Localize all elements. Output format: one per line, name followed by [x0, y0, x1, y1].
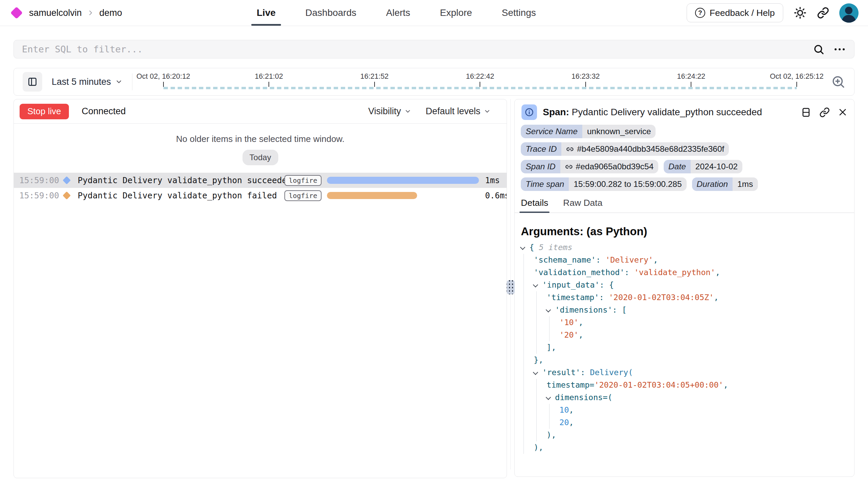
code-token: 'Delivery'	[606, 255, 653, 265]
badge-row: Service Nameunknown_service	[521, 125, 848, 138]
sql-filter-input[interactable]	[14, 44, 813, 54]
panel-gutter	[507, 99, 514, 478]
chevron-down-icon	[484, 108, 491, 115]
collapse-caret-icon[interactable]	[546, 395, 551, 400]
collapse-caret-icon[interactable]	[546, 307, 551, 313]
collapse-caret-icon[interactable]	[533, 370, 538, 375]
breadcrumb: samuelcolvin demo	[9, 8, 122, 18]
code-line: },	[534, 354, 848, 366]
main-nav: LiveDashboardsAlertsExploreSettings	[257, 0, 536, 26]
close-panel-button[interactable]	[838, 107, 847, 117]
timeline-tick	[163, 82, 164, 87]
timeline-tick-label: 16:21:02	[255, 72, 283, 81]
link-icon[interactable]	[566, 145, 574, 153]
badge-service-name: Service Nameunknown_service	[521, 125, 656, 138]
tab-live[interactable]: Live	[257, 0, 276, 26]
badge-time-span: Time span15:59:00.282 to 15:59:00.285	[521, 177, 686, 191]
zoom-in-button[interactable]	[831, 75, 845, 89]
panel-resize-handle[interactable]	[507, 280, 515, 294]
arguments-heading: Arguments: (as Python)	[515, 225, 854, 238]
code-token: ],	[546, 343, 556, 352]
copy-link-button[interactable]	[819, 107, 830, 118]
share-link-button[interactable]	[817, 7, 829, 19]
badge-value-text: 2024-10-02	[695, 162, 738, 171]
code-block-children: 10,20,	[549, 404, 848, 429]
log-timestamp: 15:59:00	[19, 175, 59, 185]
span-kind-label: Span:	[543, 107, 569, 117]
badge-value-text: unknown_service	[587, 127, 651, 136]
tab-explore[interactable]: Explore	[440, 0, 472, 26]
code-token: '10'	[559, 318, 579, 327]
code-line: 'schema_name': 'Delivery',	[534, 254, 848, 266]
timeline-tick-label: 16:21:52	[360, 72, 389, 81]
breadcrumb-project[interactable]: demo	[99, 8, 122, 18]
tab-settings[interactable]: Settings	[502, 0, 536, 26]
badge-label: Trace ID	[521, 142, 561, 156]
more-options-icon[interactable]	[835, 48, 845, 50]
default-levels-dropdown[interactable]: Default levels	[426, 106, 491, 117]
code-block-children: '10','20',	[549, 316, 848, 341]
code-token: 5 items	[539, 243, 572, 252]
code-line: 'result': Delivery(	[534, 366, 848, 379]
search-icon[interactable]	[813, 44, 824, 55]
badge-value-text: 1ms	[737, 179, 753, 189]
badge-value-text: 15:59:00.282 to 15:59:00.285	[573, 179, 682, 189]
code-token: 'schema_name':	[534, 255, 605, 265]
collapse-caret-icon[interactable]	[533, 282, 538, 288]
badge-date: Date2024-10-02	[664, 160, 742, 173]
code-token: 10	[559, 405, 569, 415]
link-icon[interactable]	[565, 163, 573, 171]
code-token: 'timestamp':	[546, 293, 609, 302]
time-range-dropdown[interactable]: Last 5 minutes	[52, 77, 123, 87]
user-avatar[interactable]	[839, 3, 859, 23]
code-line: ),	[546, 429, 848, 441]
time-range-bar: Last 5 minutes Oct 02, 16:20:1216:21:021…	[14, 68, 854, 96]
sidebar-toggle-button[interactable]	[23, 72, 42, 92]
timeline-tick	[269, 82, 269, 87]
timeline-tick-label: 16:23:32	[571, 72, 600, 81]
timeline-tick	[691, 82, 691, 87]
log-row[interactable]: 15:59:00Pydantic Delivery validate_pytho…	[14, 188, 507, 203]
duration-label: 0.6ms	[485, 191, 507, 200]
badge-row: Time span15:59:00.282 to 15:59:00.285Dur…	[521, 177, 848, 191]
panel-left-icon	[27, 76, 38, 87]
detail-tabs: DetailsRaw Data	[515, 198, 854, 213]
arguments-json-tree: { 5 items'schema_name': 'Delivery','vali…	[515, 238, 854, 454]
code-line: 'input_data': {	[534, 279, 848, 291]
breadcrumb-org[interactable]: samuelcolvin	[29, 8, 82, 18]
code-line: 'validation_method': 'validate_python',	[534, 266, 848, 279]
code-token: 20	[559, 418, 569, 427]
code-token: ,	[569, 405, 574, 415]
time-range-label: Last 5 minutes	[52, 77, 111, 87]
reader-view-button[interactable]	[801, 107, 811, 118]
tab-details[interactable]: Details	[521, 198, 548, 213]
log-message: Pydantic Delivery validate_python failed	[78, 191, 284, 200]
visibility-dropdown[interactable]: Visibility	[368, 106, 411, 117]
duration-bar	[327, 192, 417, 199]
collapse-caret-icon[interactable]	[520, 245, 526, 250]
scope-badge: logfire	[284, 190, 322, 201]
tab-dashboards[interactable]: Dashboards	[305, 0, 356, 26]
close-icon	[838, 107, 847, 117]
live-panel: Stop live Connected Visibility Default l…	[14, 99, 507, 478]
code-token: ,	[715, 268, 720, 277]
feedback-help-button[interactable]: ? Feedback / Help	[687, 3, 783, 22]
timeline[interactable]: Oct 02, 16:20:1216:21:0216:21:5216:22:42…	[136, 68, 829, 95]
code-token: 'validation_method':	[534, 268, 634, 277]
code-block-children: 'timestamp': '2020-01-02T03:04:05Z','dim…	[536, 291, 848, 354]
timeline-tick	[585, 82, 586, 87]
chevron-down-icon	[115, 78, 123, 86]
code-token: '2020-01-02T03:04:05+00:00'	[594, 380, 723, 390]
badge-value-text: #eda9065a0bd39c54	[576, 162, 654, 171]
timeline-tick-label: Oct 02, 16:20:12	[136, 72, 190, 81]
today-button[interactable]: Today	[242, 150, 278, 165]
logfire-logo-icon[interactable]	[10, 7, 23, 19]
log-row[interactable]: 15:59:00Pydantic Delivery validate_pytho…	[14, 173, 507, 188]
tab-raw-data[interactable]: Raw Data	[563, 198, 602, 213]
tab-alerts[interactable]: Alerts	[386, 0, 410, 26]
stop-live-button[interactable]: Stop live	[20, 104, 69, 119]
code-token: ,	[569, 418, 574, 427]
theme-toggle-button[interactable]	[793, 6, 807, 20]
code-line: timestamp='2020-01-02T03:04:05+00:00',	[546, 379, 848, 391]
code-line: { 5 items	[521, 241, 848, 254]
